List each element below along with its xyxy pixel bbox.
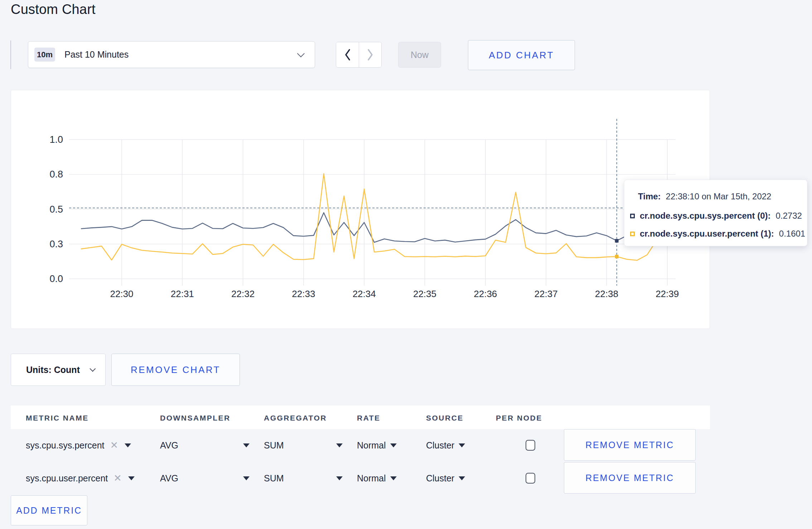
series-line-1 [81,174,677,260]
caret-down-icon [459,476,465,480]
x-axis-label: 22:37 [535,288,558,299]
y-axis-label: 0.5 [49,204,63,215]
now-button[interactable]: Now [398,42,441,68]
crosshair-dot-0 [615,239,619,243]
chevron-down-icon [297,50,305,57]
series-swatch-icon [630,214,635,218]
caret-down-icon [390,476,397,480]
x-axis-label: 22:32 [231,288,255,299]
remove-metric-button[interactable]: REMOVE METRIC [564,462,696,494]
aggregator-value: SUM [264,473,284,484]
y-axis-label: 0.8 [49,169,63,180]
caret-down-icon [390,443,397,447]
x-axis-label: 22:30 [110,288,133,299]
per-node-checkbox[interactable] [526,440,535,451]
prev-range-button[interactable] [336,42,359,67]
units-label: Units: Count [26,365,80,375]
x-axis-label: 22:39 [656,288,679,299]
column-header-aggregator: AGGREGATOR [264,406,327,429]
chevron-down-icon [90,366,96,372]
x-axis-label: 22:33 [292,288,315,299]
column-header-metric-name: METRIC NAME [26,406,89,429]
source-select[interactable]: Cluster [426,462,465,495]
remove-chart-button[interactable]: REMOVE CHART [111,354,240,386]
aggregator-select[interactable]: SUM [264,429,343,462]
caret-down-icon [125,443,131,447]
rate-value: Normal [357,440,386,451]
metric-name-value: sys.cpu.user.percent [26,473,108,484]
series-swatch-icon [630,232,635,236]
series-line-0 [81,213,677,242]
rate-select[interactable]: Normal [357,429,397,462]
units-select[interactable]: Units: Count [11,354,106,386]
downsampler-select[interactable]: AVG [160,429,250,462]
metric-name-select[interactable]: sys.cpu.sys.percent ✕ [26,429,131,462]
add-chart-button[interactable]: ADD CHART [468,40,575,70]
y-axis-label: 0.3 [49,239,63,249]
chevron-left-icon [344,48,352,61]
x-axis-label: 22:35 [413,288,436,299]
caret-down-icon [243,443,250,447]
aggregator-value: SUM [264,440,284,451]
source-value: Cluster [426,473,454,484]
tooltip-series-name: cr.node.sys.cpu.user.percent (1): [640,229,774,239]
column-header-downsampler: DOWNSAMPLER [160,406,231,429]
metrics-table-header: METRIC NAME DOWNSAMPLER AGGREGATOR RATE … [11,406,710,429]
column-header-per-node: PER NODE [496,406,542,429]
tooltip-time-label: Time: [638,191,661,202]
time-nav-group [336,42,382,68]
toolbar-divider [10,40,11,69]
caret-down-icon [128,476,135,480]
clear-metric-icon[interactable]: ✕ [113,474,122,483]
chart-canvas: 0.00.30.50.81.022:3022:3122:3222:3322:34… [11,90,710,329]
downsampler-value: AVG [160,440,178,451]
column-header-rate: RATE [357,406,381,429]
x-axis-label: 22:34 [353,288,376,299]
time-range-badge: 10m [34,48,55,62]
metric-name-select[interactable]: sys.cpu.user.percent ✕ [26,462,135,495]
source-value: Cluster [426,440,454,451]
x-axis-label: 22:31 [171,288,194,299]
caret-down-icon [459,443,465,447]
tooltip-time-row: Time: 22:38:10 on Mar 15th, 2022 [638,191,771,202]
per-node-checkbox[interactable] [526,473,535,484]
downsampler-select[interactable]: AVG [160,462,250,495]
metric-name-value: sys.cpu.sys.percent [26,440,105,451]
tooltip-series-name: cr.node.sys.cpu.sys.percent (0): [640,211,770,221]
next-range-button[interactable] [359,42,381,67]
y-axis-label: 1.0 [49,134,63,145]
caret-down-icon [336,443,343,447]
caret-down-icon [336,476,343,480]
tooltip-series-value: 0.2732 [775,211,802,221]
aggregator-select[interactable]: SUM [264,462,343,495]
timeseries-chart[interactable]: 0.00.30.50.81.022:3022:3122:3222:3322:34… [11,90,710,329]
tooltip-time-value: 22:38:10 on Mar 15th, 2022 [666,191,772,202]
caret-down-icon [243,476,250,480]
rate-value: Normal [357,473,386,484]
chart-tooltip: Time: 22:38:10 on Mar 15th, 2022 cr.node… [624,180,807,246]
chevron-right-icon [366,48,374,61]
tooltip-series-value: 0.1601 [779,229,805,239]
y-axis-label: 0.0 [49,273,63,284]
remove-metric-button[interactable]: REMOVE METRIC [564,429,696,461]
time-range-label: Past 10 Minutes [64,49,129,60]
x-axis-label: 22:36 [474,288,497,299]
page-title: Custom Chart [11,2,96,17]
rate-select[interactable]: Normal [357,462,397,495]
tooltip-series-row: cr.node.sys.cpu.sys.percent (0): 0.2732 [630,211,802,221]
clear-metric-icon[interactable]: ✕ [110,441,119,450]
x-axis-label: 22:38 [595,288,618,299]
column-header-source: SOURCE [426,406,464,429]
time-range-select[interactable]: 10m Past 10 Minutes [28,41,315,68]
source-select[interactable]: Cluster [426,429,465,462]
add-metric-button[interactable]: ADD METRIC [11,495,87,525]
downsampler-value: AVG [160,473,178,484]
crosshair-dot-1 [615,255,619,258]
tooltip-series-row: cr.node.sys.cpu.user.percent (1): 0.1601 [630,229,805,239]
